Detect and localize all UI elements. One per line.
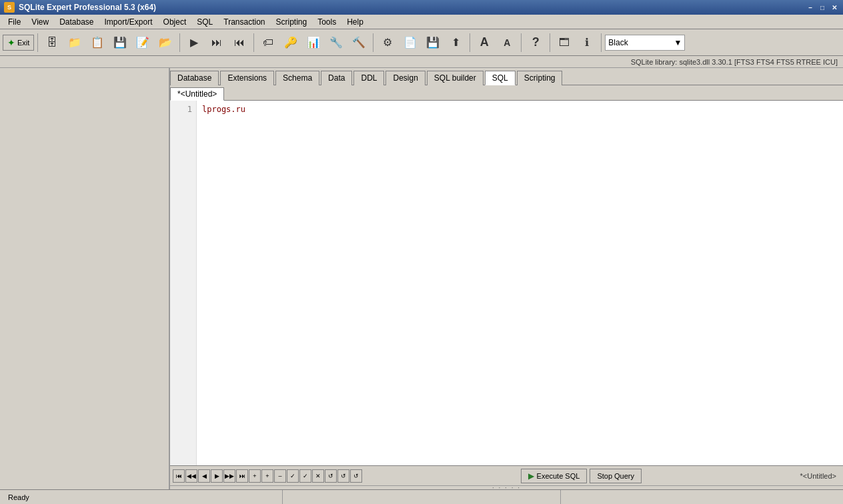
load-sql-button[interactable]: 📂 (155, 32, 176, 53)
status-text: Ready (8, 493, 29, 501)
play-button[interactable]: ▶ (183, 32, 205, 53)
minimize-button[interactable]: – (806, 3, 815, 12)
exit-icon: ✦ (7, 37, 15, 48)
info-button[interactable]: ℹ (576, 32, 598, 53)
separator-6 (521, 33, 522, 52)
toolbar: ✦ Exit 🗄 📁 📋 💾 📝 📂 ▶ ⏭ ⏮ 🏷 🔑 📊 🔧 🔨 ⚙ 📄 💾… (0, 29, 843, 56)
menu-item-sql[interactable]: SQL (191, 16, 218, 28)
menu-item-tools[interactable]: Tools (312, 16, 341, 28)
nav-add-button[interactable]: + (249, 469, 261, 483)
font-smaller-button[interactable]: A (496, 32, 518, 53)
line-numbers-panel: 1 (170, 101, 197, 465)
separator-4 (373, 33, 373, 52)
separator-8 (601, 33, 602, 52)
sql-editor-content[interactable]: lprogs.ru (197, 101, 843, 465)
tool3-button[interactable]: 📊 (303, 32, 324, 53)
main-tab-bar: DatabaseExtensionsSchemaDataDDLDesignSQL… (170, 68, 843, 85)
nav-cancel-button[interactable]: ✕ (312, 469, 324, 483)
tool4-button[interactable]: 🔧 (325, 32, 347, 53)
nav-next-button[interactable]: ▶ (211, 469, 223, 483)
execute-sql-button[interactable]: ▶ Execute SQL (521, 469, 588, 483)
upload-button[interactable]: ⬆ (445, 32, 466, 53)
nav-prev-prev-button[interactable]: ◀◀ (185, 469, 197, 483)
close-button[interactable]: ✕ (830, 3, 839, 12)
nav-refresh2-button[interactable]: ↺ (337, 469, 349, 483)
left-panel (0, 68, 170, 489)
line-number-1: 1 (170, 103, 196, 115)
window-controls: – □ ✕ (806, 3, 839, 12)
exec-area: ▶ Execute SQL Stop Query (521, 469, 642, 483)
menu-item-scripting[interactable]: Scripting (271, 16, 313, 28)
nav-add2-button[interactable]: + (261, 469, 273, 483)
title-bar: S SQLite Expert Professional 5.3 (x64) –… (0, 0, 843, 15)
nav-confirm2-button[interactable]: ✓ (299, 469, 311, 483)
app-title: SQLite Expert Professional 5.3 (x64) (19, 3, 806, 12)
nav-buttons-group: ⏮ ◀◀ ◀ ▶ ▶▶ ⏭ + + – ✓ ✓ ✕ ↺ ↺ ↺ (173, 469, 362, 483)
menu-item-view[interactable]: View (26, 16, 54, 28)
skip-button[interactable]: ⏭ (206, 32, 227, 53)
resize-handle[interactable]: · · · · · (170, 485, 843, 489)
execute-label: Execute SQL (537, 472, 580, 480)
nav-last-button[interactable]: ⏭ (236, 469, 248, 483)
window-button[interactable]: 🗔 (554, 32, 575, 53)
menu-item-file[interactable]: File (3, 16, 26, 28)
tool2-button[interactable]: 🔑 (280, 32, 301, 53)
nav-remove-button[interactable]: – (274, 469, 286, 483)
nav-next-next-button[interactable]: ▶▶ (223, 469, 235, 483)
menu-item-database[interactable]: Database (54, 16, 99, 28)
tab-design[interactable]: Design (385, 71, 425, 85)
menu-item-transaction[interactable]: Transaction (218, 16, 270, 28)
settings-button[interactable]: ⚙ (377, 32, 398, 53)
new-sql-button[interactable]: 📝 (132, 32, 153, 53)
nav-confirm-button[interactable]: ✓ (287, 469, 299, 483)
tab-schema[interactable]: Schema (275, 71, 319, 85)
rewind-button[interactable]: ⏮ (229, 32, 250, 53)
menu-bar: FileViewDatabaseImport/ExportObjectSQLTr… (0, 15, 843, 29)
execute-icon: ▶ (528, 471, 534, 481)
menu-item-object[interactable]: Object (158, 16, 192, 28)
nav-prev-button[interactable]: ◀ (198, 469, 210, 483)
separator-2 (179, 33, 180, 52)
new-db-button[interactable]: 🗄 (41, 32, 63, 53)
help-button[interactable]: ? (525, 32, 546, 53)
tab-database[interactable]: Database (170, 71, 219, 85)
nav-first-button[interactable]: ⏮ (173, 469, 185, 483)
separator-1 (37, 33, 38, 52)
nav-refresh-button[interactable]: ↺ (325, 469, 337, 483)
exit-label: Exit (17, 39, 29, 47)
close-all-button[interactable]: 📋 (87, 32, 108, 53)
menu-item-help[interactable]: Help (341, 16, 369, 28)
status-section-3 (561, 490, 838, 504)
font-larger-button[interactable]: A (474, 32, 495, 53)
document-tab-untitled[interactable]: *<Untitled> (170, 87, 224, 101)
sqlite-status-bar: SQLite library: sqlite3.dll 3.30.1 [FTS3… (0, 56, 843, 68)
document-tab-label: *<Untitled> (177, 89, 217, 99)
color-dropdown[interactable]: Black ▼ (605, 35, 685, 51)
tool1-button[interactable]: 🏷 (257, 32, 279, 53)
status-text-section: Ready (5, 490, 283, 504)
save-file-button[interactable]: 💾 (422, 32, 444, 53)
nav-refresh3-button[interactable]: ↺ (350, 469, 362, 483)
status-bar: Ready (0, 489, 843, 504)
tab-extensions[interactable]: Extensions (220, 71, 274, 85)
sql-editor: 1 lprogs.ru (170, 101, 843, 465)
tab-sql-builder[interactable]: SQL builder (427, 71, 484, 85)
save-db-button[interactable]: 💾 (109, 32, 131, 53)
open-db-button[interactable]: 📁 (64, 32, 85, 53)
status-section-2 (283, 490, 560, 504)
exit-button[interactable]: ✦ Exit (3, 35, 34, 51)
tool5-button[interactable]: 🔨 (348, 32, 369, 53)
maximize-button[interactable]: □ (818, 3, 827, 12)
document-tab-bar: *<Untitled> (170, 85, 843, 101)
main-layout: DatabaseExtensionsSchemaDataDDLDesignSQL… (0, 68, 843, 489)
tab-scripting[interactable]: Scripting (517, 71, 563, 85)
doc-button[interactable]: 📄 (399, 32, 421, 53)
tab-data[interactable]: Data (321, 71, 352, 85)
menu-item-import-export[interactable]: Import/Export (99, 16, 158, 28)
tab-sql[interactable]: SQL (485, 71, 516, 85)
stop-query-button[interactable]: Stop Query (590, 469, 642, 483)
sql-bottom-toolbar: ⏮ ◀◀ ◀ ▶ ▶▶ ⏭ + + – ✓ ✓ ✕ ↺ ↺ ↺ ▶ Execut… (170, 465, 843, 485)
sqlite-status-text: SQLite library: sqlite3.dll 3.30.1 [FTS3… (631, 58, 838, 66)
stop-label: Stop Query (597, 472, 634, 480)
tab-ddl[interactable]: DDL (353, 71, 384, 85)
